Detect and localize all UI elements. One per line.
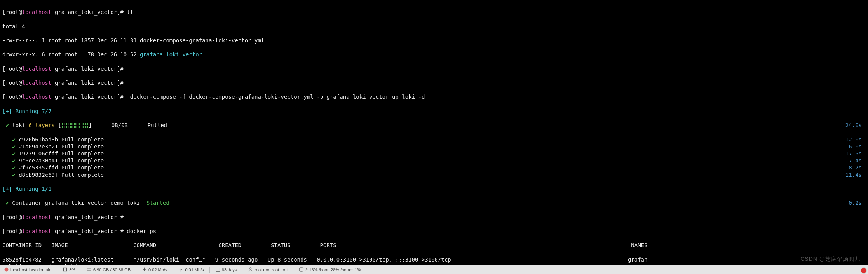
command-ps: docker ps [127,228,156,234]
ll-file: -rw-r--r--. 1 root root 1857 Dec 26 11:3… [2,37,866,44]
separator [293,267,293,273]
prompt-line: [root@localhost grafana_loki_vector]# [2,214,866,221]
separator [81,267,81,273]
sb-disk: /: 18% /boot: 28% /home: 1% [296,267,363,272]
separator [136,267,136,273]
download-icon [142,267,147,272]
prompt-line: [root@localhost grafana_loki_vector]# ll [2,9,866,16]
notification-dot-icon[interactable] [861,268,866,273]
prompt-line: [root@localhost grafana_loki_vector]# [2,65,866,72]
running-header: [+] Running 1/1 [2,185,866,192]
disk-icon [299,267,304,272]
memory-icon [87,267,92,272]
separator [173,267,173,273]
svg-point-5 [249,268,251,270]
pull-layer: ✔ 2f9c53357ffd Pull complete 8.7s [2,164,866,171]
pull-layer: ✔ c926b61bad3b Pull complete 12.0s [2,136,866,143]
pull-layer: ✔ 21a0947e3c21 Pull complete 6.0s [2,143,866,150]
svg-rect-3 [216,268,220,272]
sb-users: root root root root [246,267,290,272]
svg-rect-2 [87,269,91,271]
status-bar: localhost.localdomain 3% 6.90 GB / 30.88… [0,265,868,274]
prompt-line: [root@localhost grafana_loki_vector]# [2,79,866,86]
cpu-icon [63,267,68,272]
svg-point-0 [5,268,9,272]
separator [242,267,242,273]
sb-mem: 6.90 GB / 30.88 GB [84,267,133,272]
separator [209,267,210,273]
sb-down: 0.02 Mb/s [139,267,169,272]
prompt-line: [root@localhost grafana_loki_vector]# do… [2,93,866,100]
prompt-line: [root@localhost grafana_loki_vector]# do… [2,228,866,235]
pull-layer: ✔ d8cb9832c63f Pull complete 11.4s [2,171,866,178]
command-compose: docker-compose -f docker-compose-grafana… [127,94,425,100]
pull-layer: ✔ 9c6ee7a30a41 Pull complete 7.4s [2,157,866,164]
sb-uptime: 63 days [213,267,239,272]
host-icon [4,267,9,272]
calendar-icon [215,267,220,272]
upload-icon [178,267,183,272]
ps-row: 58528f1b4782 grafana/loki:latest "/usr/b… [2,256,866,263]
ps-header: CONTAINER ID IMAGE COMMAND CREATED STATU… [2,242,866,249]
user-icon [248,267,253,272]
pull-layer: ✔ 19779106cfff Pull complete 17.5s [2,150,866,157]
sb-cpu: 3% [60,267,78,272]
command-ll: ll [127,9,133,15]
ll-total: total 4 [2,23,866,30]
svg-rect-1 [64,268,67,271]
terminal-output: [root@localhost grafana_loki_vector]# ll… [0,0,868,274]
watermark: CSDN @芝麻馅汤圆儿 [800,255,860,262]
sb-up: 0.01 Mb/s [176,267,206,272]
ll-dir: drwxr-xr-x. 6 root root 78 Dec 26 10:52 … [2,51,866,58]
pull-loki: ✔ loki 6 layers [⣿⣿⣿⣿⣿⣿⣿] 0B/0B Pulled 2… [2,122,866,129]
separator [57,267,57,273]
container-started: ✔ Container grafana_loki_vector_demo_lok… [2,199,866,206]
sb-host: localhost.localdomain [2,267,54,272]
svg-point-6 [300,268,303,269]
running-header: [+] Running 7/7 [2,108,866,115]
